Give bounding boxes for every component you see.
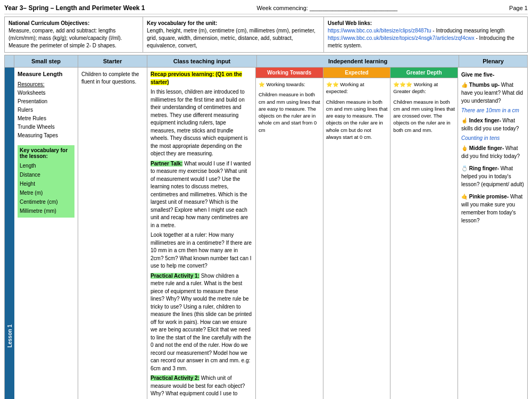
intro-highlight: Recap previous learning: (Q1 on the star…	[151, 71, 242, 85]
list-item: Trundle Wheels	[18, 123, 74, 131]
col-header-class-input: Class teaching input	[147, 55, 256, 68]
class-input-para2: Look together at a ruler: How many milli…	[151, 231, 252, 270]
plenary-middle: 🖕 Middle finger- What did you find trick…	[461, 144, 524, 160]
vocabulary-content: Length, height, metre (m), centimetre (c…	[147, 28, 315, 48]
practical2: Practical Activity 2: Which unit of meas…	[151, 375, 252, 399]
greater-depth-text: Children measure in both cm and mm using…	[393, 98, 455, 134]
page: Year 3– Spring – Length and Perimeter We…	[0, 0, 532, 399]
list-item: Height	[20, 179, 72, 188]
indep-content-row: ⭐ Working towards: Children measure in b…	[256, 78, 458, 399]
plenary-col: Give me five- 👍 Thumbs up- What have you…	[458, 68, 527, 399]
main-content-row: Lesson 1 Measure Length Resources: Works…	[4, 68, 528, 399]
expected-header: Expected	[323, 68, 391, 78]
vocabulary-title: Key vocabulary for the unit:	[147, 20, 217, 26]
plenary-index: ☝ Index finger- What skills did you use …	[461, 117, 524, 132]
plenary-title: Give me five-	[461, 71, 524, 79]
header-title: Year 3– Spring – Length and Perimeter We…	[4, 4, 145, 12]
plenary-pinkie: 🤙 Pinkie promise- What will you make sur…	[461, 193, 524, 225]
small-step-col: Measure Length Resources: Worksheets Pre…	[14, 68, 78, 399]
header-week: Week commencing: _______________________…	[257, 5, 398, 11]
column-headers: Small step Starter Class teaching input …	[4, 55, 528, 68]
col-header-starter: Starter	[78, 55, 147, 68]
weblinks-title: Useful Web links:	[328, 20, 372, 26]
header: Year 3– Spring – Length and Perimeter We…	[4, 4, 528, 14]
list-item: Measuring Tapes	[18, 131, 74, 140]
weblinks-cell: Useful Web links: https://www.bbc.co.uk/…	[324, 17, 527, 52]
practical2-label: Practical Activity 2:	[151, 375, 200, 381]
list-item: Worksheets	[18, 89, 74, 97]
list-item: Metre Rules	[18, 114, 74, 123]
independent-col: Working Towards Expected Greater Depth ⭐…	[256, 68, 458, 399]
plenary-thumbs: 👍 Thumbs up- What have you learnt? What …	[461, 81, 524, 105]
list-item: Distance	[20, 170, 72, 179]
objectives-content: Measure, compare, add and subtract: leng…	[9, 28, 122, 48]
working-towards-header: Working Towards	[256, 68, 323, 78]
expected-cell: ⭐⭐ Working at expected: Children measure…	[323, 78, 391, 399]
greater-depth-stars: ⭐⭐⭐ Working at Greater depth:	[393, 81, 455, 95]
greater-depth-cell: ⭐⭐⭐ Working at Greater depth: Children m…	[390, 78, 458, 399]
list-item: Length	[20, 161, 72, 170]
plenary-ring: 💍 Ring finger- What helped you in today'…	[461, 164, 524, 188]
resources-list: Worksheets Presentation Rulers Metre Rul…	[18, 89, 74, 140]
expected-text: Children measure in both cm and mm using…	[326, 98, 388, 141]
key-vocab-title: Key vocabulary for the lesson:	[20, 147, 72, 159]
working-towards-stars: ⭐ Working towards:	[259, 81, 320, 88]
key-vocab-list: Length Distance Height Metre (m) Centime…	[20, 161, 72, 215]
objectives-title: National Curriculum Objectives:	[9, 20, 89, 26]
col-header-independent: Independent learning	[256, 55, 459, 68]
partner-talk-label: Partner Talk:	[151, 161, 182, 167]
expected-stars: ⭐⭐ Working at expected:	[326, 81, 388, 95]
list-item: Millimetre (mm)	[20, 206, 72, 215]
indep-header-row: Working Towards Expected Greater Depth	[256, 68, 458, 78]
starter-col: Children to complete the fluent in four …	[78, 68, 147, 399]
weblink1[interactable]: https://www.bbc.co.uk/bitesize/clips/z84…	[328, 28, 431, 34]
col-header-plenary: Plenary	[459, 55, 528, 68]
list-item: Presentation	[18, 97, 74, 106]
plenary-counting-tens: Counting in tens	[461, 134, 524, 142]
practical1-label: Practical Activity 1:	[151, 273, 200, 279]
starter-text: Children to complete the fluent in four …	[81, 71, 139, 85]
header-page: Page 1	[509, 5, 528, 11]
small-step-title: Measure Length	[18, 71, 74, 77]
lesson-label-col: Lesson 1	[5, 68, 14, 399]
working-towards-cell: ⭐ Working towards: Children measure in b…	[256, 78, 323, 399]
objectives-cell: National Curriculum Objectives: Measure,…	[5, 17, 143, 52]
weblink2[interactable]: https://www.bbc.co.uk/bitesize/topics/z4…	[328, 35, 475, 41]
vocabulary-cell: Key vocabulary for the unit: Length, hei…	[143, 17, 324, 52]
working-towards-subheader: Working towards:	[267, 81, 305, 87]
info-row: National Curriculum Objectives: Measure,…	[4, 16, 528, 53]
list-item: Centimetre (cm)	[20, 197, 72, 206]
practical1: Practical Activity 1: Show children a me…	[151, 272, 252, 373]
col-header-small-step: Small step	[14, 55, 78, 68]
class-input-para1: In this lesson, children are introduced …	[151, 88, 252, 158]
plenary-blue-text: There are 10mm in a cm	[461, 106, 524, 114]
partner-talk: Partner Talk: What would I use if I want…	[151, 160, 252, 230]
key-vocab-box: Key vocabulary for the lesson: Length Di…	[18, 145, 74, 218]
partner-talk-text: What would I use if I wanted to measure …	[151, 161, 251, 228]
class-input-col: Recap previous learning: (Q1 on the star…	[147, 68, 256, 399]
greater-depth-header: Greater Depth	[390, 68, 458, 78]
list-item: Metre (m)	[20, 188, 72, 197]
practical1-text: Show children a metre rule and a ruler. …	[151, 273, 252, 371]
lesson-label: Lesson 1	[7, 325, 13, 347]
list-item: Rulers	[18, 106, 74, 114]
working-towards-text: Children measure in both cm and mm using…	[259, 91, 320, 134]
resources-title: Resources:	[18, 81, 74, 87]
